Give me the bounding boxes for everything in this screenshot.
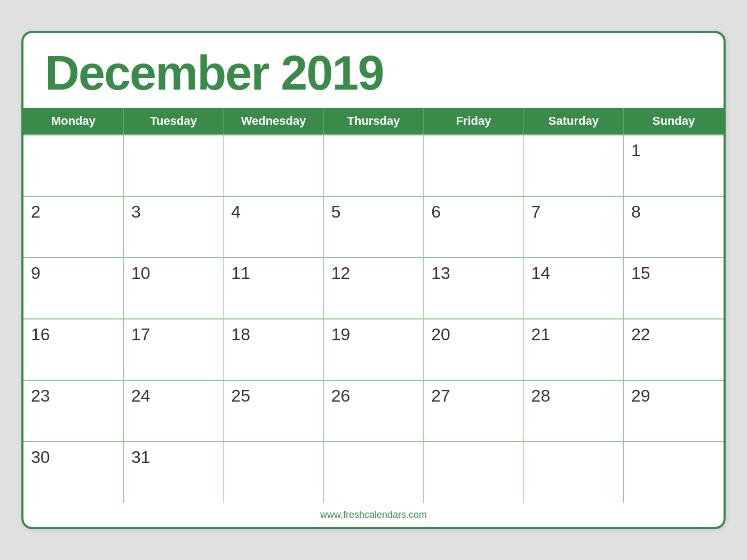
calendar-title: December 2019 <box>23 33 724 108</box>
header-day-sunday: Sunday <box>624 108 724 135</box>
calendar-container: December 2019 MondayTuesdayWednesdayThur… <box>21 31 726 529</box>
calendar-header-row: MondayTuesdayWednesdayThursdayFridaySatu… <box>23 108 724 135</box>
calendar-day-17: 17 <box>123 319 223 380</box>
calendar-day-empty <box>323 442 423 503</box>
calendar-day-31: 31 <box>123 442 223 503</box>
header-day-wednesday: Wednesday <box>224 108 323 135</box>
calendar-day-30: 30 <box>23 442 123 503</box>
calendar-body: 1234567891011121314151617181920212223242… <box>23 135 724 503</box>
calendar-day-19: 19 <box>323 319 423 380</box>
calendar-day-empty <box>624 442 724 503</box>
calendar-day-empty <box>424 135 523 196</box>
calendar-day-12: 12 <box>323 258 423 319</box>
calendar-day-16: 16 <box>23 319 123 380</box>
calendar-table: MondayTuesdayWednesdayThursdayFridaySatu… <box>23 108 724 503</box>
calendar-week-3: 9101112131415 <box>23 258 724 319</box>
header-day-monday: Monday <box>23 108 123 135</box>
calendar-footer: www.freshcalendars.com <box>23 503 724 527</box>
header-day-friday: Friday <box>424 108 523 135</box>
calendar-week-5: 23242526272829 <box>23 380 724 442</box>
calendar-day-empty <box>23 135 123 196</box>
calendar-week-4: 16171819202122 <box>23 319 724 380</box>
calendar-day-empty <box>224 442 323 503</box>
calendar-day-23: 23 <box>23 380 123 442</box>
calendar-day-empty <box>523 135 623 196</box>
calendar-day-24: 24 <box>123 380 223 442</box>
calendar-day-26: 26 <box>323 380 423 442</box>
header-day-thursday: Thursday <box>323 108 423 135</box>
calendar-day-empty <box>523 442 623 503</box>
calendar-day-27: 27 <box>424 380 523 442</box>
calendar-day-5: 5 <box>323 196 423 258</box>
calendar-day-29: 29 <box>624 380 724 442</box>
calendar-week-1: 1 <box>23 135 724 196</box>
calendar-day-22: 22 <box>624 319 724 380</box>
calendar-day-14: 14 <box>523 258 623 319</box>
calendar-day-3: 3 <box>123 196 223 258</box>
calendar-day-20: 20 <box>424 319 523 380</box>
calendar-week-2: 2345678 <box>23 196 724 258</box>
calendar-day-empty <box>123 135 223 196</box>
calendar-day-10: 10 <box>123 258 223 319</box>
calendar-day-21: 21 <box>523 319 623 380</box>
header-day-saturday: Saturday <box>523 108 623 135</box>
calendar-day-7: 7 <box>523 196 623 258</box>
calendar-day-empty <box>424 442 523 503</box>
calendar-day-15: 15 <box>624 258 724 319</box>
calendar-day-11: 11 <box>224 258 323 319</box>
calendar-day-4: 4 <box>224 196 323 258</box>
calendar-day-18: 18 <box>224 319 323 380</box>
calendar-day-6: 6 <box>424 196 523 258</box>
calendar-day-13: 13 <box>424 258 523 319</box>
calendar-day-empty <box>224 135 323 196</box>
calendar-day-8: 8 <box>624 196 724 258</box>
calendar-day-25: 25 <box>224 380 323 442</box>
calendar-day-1: 1 <box>624 135 724 196</box>
calendar-day-28: 28 <box>523 380 623 442</box>
calendar-week-6: 3031 <box>23 442 724 503</box>
calendar-day-2: 2 <box>23 196 123 258</box>
header-day-tuesday: Tuesday <box>123 108 223 135</box>
calendar-day-9: 9 <box>23 258 123 319</box>
calendar-day-empty <box>323 135 423 196</box>
